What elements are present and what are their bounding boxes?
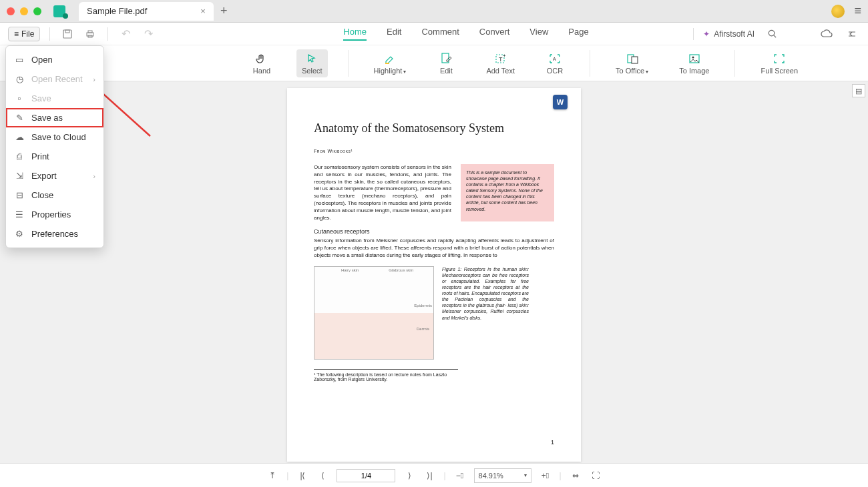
file-menu-button[interactable]: ≡ File bbox=[8, 27, 40, 41]
svg-rect-0 bbox=[63, 30, 71, 38]
search-icon[interactable] bbox=[764, 26, 780, 42]
sparkle-icon: ✦ bbox=[703, 29, 710, 39]
close-icon: ⊟ bbox=[14, 190, 25, 200]
tab-close-icon[interactable]: × bbox=[200, 6, 206, 16]
zoom-out-icon[interactable]: −⃝ bbox=[454, 471, 466, 480]
hand-icon bbox=[255, 52, 268, 65]
word-badge-icon[interactable]: W bbox=[553, 95, 568, 109]
fit-width-icon[interactable]: ⇔ bbox=[570, 471, 582, 480]
menu-preferences[interactable]: ⚙Preferences bbox=[6, 224, 103, 244]
scroll-top-icon[interactable]: ⤒ bbox=[266, 471, 278, 480]
close-window-icon[interactable] bbox=[7, 7, 15, 15]
highlighter-icon bbox=[383, 52, 397, 65]
chevron-down-icon: ▾ bbox=[524, 472, 527, 478]
tab-title: Sample File.pdf bbox=[87, 6, 147, 16]
next-page-icon[interactable]: ⟩ bbox=[403, 471, 415, 480]
to-image-tool[interactable]: To Image bbox=[674, 49, 714, 77]
chevron-right-icon: › bbox=[93, 75, 95, 83]
top-toolbar: ≡ File ↶ ↷ Home Edit Comment Convert Vie… bbox=[0, 23, 868, 45]
pdf-page: W Anatomy of the Somatosensory System Fr… bbox=[287, 88, 581, 462]
last-page-icon[interactable]: ⟩| bbox=[423, 471, 435, 480]
tab-convert[interactable]: Convert bbox=[479, 27, 510, 41]
new-tab-button[interactable]: + bbox=[220, 4, 228, 18]
svg-point-16 bbox=[692, 56, 694, 58]
image-icon bbox=[688, 52, 701, 65]
maximize-window-icon[interactable] bbox=[33, 7, 41, 15]
edit-doc-icon bbox=[439, 52, 453, 65]
ribbon: Hand Select Highlight▾ Edit T+ Add Text … bbox=[0, 45, 868, 81]
minimize-window-icon[interactable] bbox=[20, 7, 28, 15]
menu-open-recent[interactable]: ◷Open Recent› bbox=[6, 69, 103, 89]
ai-label: Afirstsoft AI bbox=[714, 29, 754, 39]
app-menu-icon[interactable]: ≡ bbox=[854, 4, 861, 18]
figure-caption: Figure 1: Receptors in the human skin: M… bbox=[442, 266, 529, 360]
hand-tool[interactable]: Hand bbox=[247, 49, 276, 77]
tab-page[interactable]: Page bbox=[568, 27, 588, 41]
doc-para1: Our somatosensory system consists of sen… bbox=[314, 164, 451, 221]
tab-home[interactable]: Home bbox=[343, 27, 367, 41]
fullscreen-icon bbox=[773, 52, 786, 65]
ocr-tool[interactable]: A OCR bbox=[540, 49, 570, 77]
cursor-icon bbox=[305, 52, 318, 65]
ocr-icon: A bbox=[548, 52, 562, 65]
svg-rect-3 bbox=[88, 31, 92, 33]
svg-point-5 bbox=[769, 30, 774, 35]
prev-page-icon[interactable]: ⟨ bbox=[316, 471, 329, 480]
office-icon bbox=[626, 52, 639, 65]
gear-icon: ⚙ bbox=[14, 229, 25, 239]
doc-sidebar-note: This is a sample document to showcase pa… bbox=[461, 164, 554, 221]
page-input[interactable] bbox=[337, 469, 395, 482]
collapse-ribbon-icon[interactable] bbox=[844, 26, 860, 42]
tab-view[interactable]: View bbox=[529, 27, 548, 41]
titlebar: Sample File.pdf × + ≡ bbox=[0, 0, 868, 23]
document-tab[interactable]: Sample File.pdf × bbox=[79, 2, 214, 21]
menu-save-as[interactable]: ✎Save as bbox=[6, 108, 103, 127]
menu-close[interactable]: ⊟Close bbox=[6, 185, 103, 205]
svg-text:A: A bbox=[553, 57, 556, 61]
highlight-tool[interactable]: Highlight▾ bbox=[369, 49, 412, 77]
fullscreen-tool[interactable]: Full Screen bbox=[755, 49, 803, 77]
print-icon[interactable] bbox=[82, 26, 98, 42]
first-page-icon[interactable]: |⟨ bbox=[296, 471, 308, 480]
undo-icon[interactable]: ↶ bbox=[118, 26, 134, 42]
add-text-tool[interactable]: T+ Add Text bbox=[481, 49, 520, 77]
save-icon: ▫ bbox=[14, 93, 25, 103]
menu-properties[interactable]: ☰Properties bbox=[6, 205, 103, 224]
doc-title: Anatomy of the Somatosensory System bbox=[314, 121, 554, 135]
save-icon[interactable] bbox=[59, 26, 75, 42]
select-tool[interactable]: Select bbox=[296, 49, 328, 77]
zoom-in-icon[interactable]: +⃝ bbox=[539, 471, 552, 480]
file-dropdown-menu: ▭Open ◷Open Recent› ▫Save ✎Save as ☁Save… bbox=[5, 45, 104, 248]
svg-text:+: + bbox=[503, 53, 506, 59]
menu-save[interactable]: ▫Save bbox=[6, 89, 103, 108]
menu-print[interactable]: ⎙Print bbox=[6, 147, 103, 166]
doc-para2: Sensory information from Meissner corpus… bbox=[314, 237, 554, 259]
menu-save-cloud[interactable]: ☁Save to Cloud bbox=[6, 127, 103, 147]
app-logo-icon bbox=[53, 5, 65, 17]
export-icon: ⇲ bbox=[14, 171, 25, 181]
page-number: 1 bbox=[551, 439, 554, 446]
tab-edit[interactable]: Edit bbox=[387, 27, 401, 41]
to-office-tool[interactable]: To Office▾ bbox=[610, 49, 654, 77]
properties-icon: ☰ bbox=[14, 209, 25, 219]
doc-subtitle: From Wikibooks¹ bbox=[314, 149, 554, 153]
tab-comment[interactable]: Comment bbox=[421, 27, 459, 41]
folder-icon: ▭ bbox=[14, 55, 25, 65]
document-canvas[interactable]: ▤ W Anatomy of the Somatosensory System … bbox=[0, 81, 868, 463]
cloud-icon[interactable] bbox=[819, 26, 835, 42]
status-bar: ⤒ | |⟨ ⟨ ⟩ ⟩| | −⃝ 84.91%▾ +⃝ | ⇔ ⛶ bbox=[0, 463, 868, 487]
zoom-select[interactable]: 84.91%▾ bbox=[474, 468, 531, 483]
menu-icon: ≡ bbox=[14, 29, 19, 39]
menu-export[interactable]: ⇲Export› bbox=[6, 166, 103, 185]
edit-tool[interactable]: Edit bbox=[431, 49, 461, 77]
side-panel-toggle-icon[interactable]: ▤ bbox=[852, 84, 865, 97]
user-avatar-icon[interactable] bbox=[831, 5, 845, 18]
footnote: ¹ The following description is based on … bbox=[314, 369, 458, 382]
traffic-lights bbox=[7, 7, 41, 15]
fit-page-icon[interactable]: ⛶ bbox=[590, 471, 602, 480]
menu-open[interactable]: ▭Open bbox=[6, 50, 103, 69]
ai-button[interactable]: ✦ Afirstsoft AI bbox=[703, 29, 754, 39]
redo-icon[interactable]: ↷ bbox=[140, 26, 156, 42]
svg-rect-14 bbox=[632, 57, 638, 63]
doc-heading2: Cutaneous receptors bbox=[314, 228, 554, 235]
